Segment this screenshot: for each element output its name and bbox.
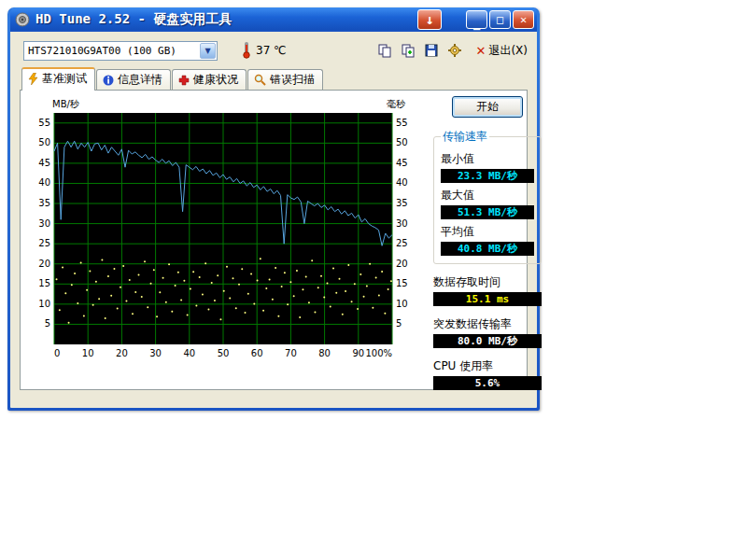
min-value: 23.3 MB/秒: [441, 169, 534, 183]
results-panel: 开始 传输速率 最小值 23.3 MB/秒 最大值 51.3 MB/秒 平均值 …: [433, 94, 542, 390]
svg-text:10: 10: [82, 348, 94, 358]
min-label: 最小值: [441, 151, 534, 167]
chevron-down-icon[interactable]: ▼: [200, 43, 216, 59]
svg-text:10: 10: [396, 299, 408, 309]
access-time-value: 15.1 ms: [433, 292, 542, 306]
benchmark-chart: 0102030405060708090100%55101015152020252…: [26, 98, 424, 376]
svg-text:5: 5: [396, 318, 402, 329]
svg-text:45: 45: [38, 158, 50, 168]
svg-text:40: 40: [396, 177, 408, 188]
svg-text:50: 50: [38, 137, 50, 147]
download-overlay-button[interactable]: ↓: [417, 9, 442, 30]
info-icon: [103, 75, 114, 86]
copy-screenshot-button[interactable]: [375, 42, 394, 59]
options-gear-icon: [447, 43, 462, 58]
max-label: 最大值: [441, 188, 534, 203]
magnifier-icon: [254, 74, 266, 86]
app-window: HD Tune 2.52 - 硬盘实用工具 ↓ _ □ ✕ HTS721010G…: [7, 7, 540, 411]
app-icon: [15, 12, 30, 27]
svg-text:20: 20: [116, 348, 128, 358]
exit-label: 退出(X): [488, 43, 528, 59]
burst-rate-label: 突发数据传输率: [433, 316, 542, 332]
tab-health-label: 健康状况: [193, 72, 238, 88]
svg-text:80: 80: [318, 348, 331, 358]
max-value: 51.3 MB/秒: [441, 205, 534, 219]
drive-select[interactable]: HTS721010G9AT00 (100 GB) ▼: [23, 41, 218, 61]
window-title: HD Tune 2.52 - 硬盘实用工具: [35, 11, 416, 28]
toolbar: HTS721010G9AT00 (100 GB) ▼ 37 ℃: [10, 32, 537, 65]
svg-text:15: 15: [38, 278, 50, 288]
exit-button[interactable]: ✕ 退出(X): [476, 43, 529, 59]
svg-text:20: 20: [38, 259, 50, 269]
burst-rate-value: 80.0 MB/秒: [433, 334, 542, 348]
svg-text:5: 5: [45, 318, 50, 329]
cpu-usage-label: CPU 使用率: [433, 358, 542, 374]
temperature-indicator: 37 ℃: [242, 42, 287, 59]
access-time-label: 数据存取时间: [433, 274, 542, 290]
minimize-button[interactable]: _: [466, 10, 487, 29]
svg-text:55: 55: [38, 118, 50, 128]
svg-text:60: 60: [251, 348, 263, 358]
transfer-rate-group-title: 传输速率: [441, 129, 489, 145]
svg-text:30: 30: [149, 348, 162, 358]
copy-text-button[interactable]: [399, 42, 417, 59]
svg-text:90: 90: [352, 348, 364, 358]
svg-text:55: 55: [396, 118, 408, 128]
benchmark-icon: [28, 73, 38, 85]
tab-error-scan[interactable]: 错误扫描: [247, 69, 323, 90]
save-icon: [424, 43, 439, 58]
tab-error-scan-label: 错误扫描: [270, 72, 315, 88]
health-cross-icon: [178, 75, 190, 86]
svg-text:MB/秒: MB/秒: [52, 99, 80, 109]
benchmark-chart-svg: 0102030405060708090100%55101015152020252…: [26, 98, 424, 372]
svg-text:毫秒: 毫秒: [387, 99, 406, 109]
svg-text:25: 25: [38, 238, 50, 248]
tab-benchmark[interactable]: 基准测试: [21, 67, 95, 91]
svg-text:100%: 100%: [365, 348, 392, 358]
svg-text:35: 35: [396, 198, 408, 208]
svg-text:45: 45: [396, 158, 408, 168]
toolbar-actions: ✕ 退出(X): [375, 42, 529, 59]
svg-text:70: 70: [285, 348, 297, 358]
svg-text:35: 35: [38, 198, 50, 208]
tab-benchmark-label: 基准测试: [42, 71, 87, 87]
drive-select-value: HTS721010G9AT00 (100 GB): [24, 45, 199, 57]
tab-info-label: 信息详情: [118, 72, 162, 88]
svg-text:10: 10: [38, 299, 50, 309]
tab-health[interactable]: 健康状况: [172, 69, 247, 90]
svg-text:20: 20: [396, 259, 408, 269]
svg-text:50: 50: [218, 348, 230, 358]
svg-text:40: 40: [183, 348, 195, 358]
save-screenshot-button[interactable]: [422, 42, 441, 59]
benchmark-tab-page: 0102030405060708090100%55101015152020252…: [20, 90, 528, 390]
window-client-area: HTS721010G9AT00 (100 GB) ▼ 37 ℃: [10, 32, 537, 408]
maximize-button[interactable]: □: [489, 10, 511, 29]
burst-rate-section: 突发数据传输率 80.0 MB/秒: [433, 316, 542, 348]
thermometer-icon: [242, 42, 251, 59]
transfer-rate-group: 传输速率 最小值 23.3 MB/秒 最大值 51.3 MB/秒 平均值 40.…: [433, 129, 542, 264]
svg-text:50: 50: [396, 137, 408, 147]
copy-add-icon: [401, 43, 416, 58]
svg-text:15: 15: [396, 278, 408, 288]
temperature-value: 37 ℃: [256, 44, 287, 57]
options-button[interactable]: [445, 42, 464, 59]
avg-value: 40.8 MB/秒: [441, 242, 534, 256]
cpu-usage-value: 5.6%: [433, 376, 542, 390]
svg-text:30: 30: [396, 218, 408, 229]
exit-x-icon: ✕: [476, 44, 486, 58]
svg-text:40: 40: [38, 177, 50, 188]
svg-text:0: 0: [54, 348, 60, 358]
close-button[interactable]: ✕: [513, 10, 534, 29]
cpu-usage-section: CPU 使用率 5.6%: [433, 358, 542, 390]
access-time-section: 数据存取时间 15.1 ms: [433, 274, 542, 306]
tab-info[interactable]: 信息详情: [96, 69, 171, 90]
avg-label: 平均值: [441, 224, 534, 240]
start-button[interactable]: 开始: [452, 96, 523, 118]
svg-text:30: 30: [38, 218, 50, 229]
svg-text:25: 25: [396, 238, 408, 248]
tab-strip: 基准测试 信息详情 健康状况: [21, 67, 537, 90]
copy-icon: [377, 43, 392, 58]
titlebar[interactable]: HD Tune 2.52 - 硬盘实用工具 ↓ _ □ ✕: [10, 7, 537, 32]
